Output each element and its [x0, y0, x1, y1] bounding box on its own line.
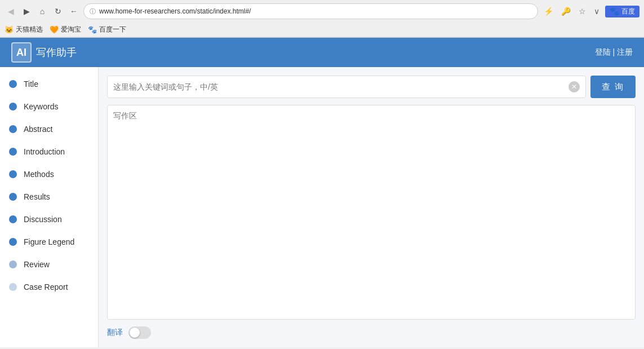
- search-button[interactable]: 查 询: [590, 76, 636, 98]
- bookmark-tianmao[interactable]: 🐱 天猫精选: [5, 25, 43, 34]
- sidebar-label-introduction: Introduction: [24, 147, 65, 156]
- sidebar-label-figure-legend: Figure Legend: [24, 237, 74, 246]
- sidebar-item-title[interactable]: Title: [0, 73, 98, 95]
- taobao-icon: 🧡: [50, 25, 59, 34]
- key-icon[interactable]: 🔑: [559, 6, 573, 17]
- app-container: AI 写作助手 登陆 | 注册 Title Keywords Abstract: [0, 38, 644, 347]
- baidu-yixia-icon: 🐾: [88, 25, 97, 34]
- search-bar: ✕ 查 询: [107, 76, 636, 98]
- bookmarks-bar: 🐱 天猫精选 🧡 爱淘宝 🐾 百度一下: [0, 23, 644, 37]
- sidebar-label-methods: Methods: [24, 170, 54, 179]
- sidebar-label-discussion: Discussion: [24, 215, 62, 224]
- writing-area[interactable]: [113, 111, 629, 313]
- browser-actions: ⚡ 🔑 ☆ ∨ 🐾 百度: [541, 6, 639, 17]
- back-button2[interactable]: ←: [68, 5, 80, 17]
- lock-icon: ⓘ: [90, 7, 96, 16]
- translation-label: 翻译: [107, 328, 123, 338]
- sidebar: Title Keywords Abstract Introduction Met…: [0, 67, 99, 347]
- sidebar-label-abstract: Abstract: [24, 125, 52, 134]
- home-button[interactable]: ⌂: [36, 5, 48, 17]
- sidebar-item-discussion[interactable]: Discussion: [0, 208, 98, 231]
- app-logo: AI 写作助手: [11, 42, 77, 63]
- sidebar-item-results[interactable]: Results: [0, 185, 98, 208]
- sidebar-label-case-report: Case Report: [24, 282, 68, 291]
- app-header: AI 写作助手 登陆 | 注册: [0, 38, 644, 67]
- sidebar-item-keywords[interactable]: Keywords: [0, 95, 98, 118]
- search-clear-button[interactable]: ✕: [569, 81, 580, 92]
- search-input-wrapper: ✕: [107, 76, 586, 98]
- bookmark-taobao[interactable]: 🧡 爱淘宝: [50, 25, 81, 34]
- address-bar[interactable]: ⓘ www.home-for-researchers.com/static/in…: [83, 3, 538, 19]
- dot-methods: [9, 170, 17, 178]
- sidebar-label-title: Title: [24, 79, 38, 89]
- dot-introduction: [9, 148, 17, 156]
- search-input[interactable]: [113, 82, 569, 91]
- sidebar-label-results: Results: [24, 192, 50, 201]
- tianmao-icon: 🐱: [5, 25, 14, 34]
- sidebar-item-abstract[interactable]: Abstract: [0, 118, 98, 140]
- refresh-button[interactable]: ↻: [52, 5, 64, 17]
- sidebar-item-case-report[interactable]: Case Report: [0, 276, 98, 298]
- dot-discussion: [9, 215, 17, 223]
- dropdown-icon[interactable]: ∨: [592, 6, 602, 17]
- writing-area-wrapper: [107, 105, 636, 320]
- dot-title: [9, 80, 17, 88]
- lightning-icon[interactable]: ⚡: [541, 6, 556, 17]
- back-button[interactable]: ◀: [5, 5, 17, 17]
- register-link[interactable]: 注册: [617, 47, 633, 56]
- dot-figure-legend: [9, 238, 17, 246]
- url-text: www.home-for-researchers.com/static/inde…: [99, 7, 251, 15]
- bookmark-baidu-yixia[interactable]: 🐾 百度一下: [88, 25, 126, 34]
- browser-chrome: ◀ ▶ ⌂ ↻ ← ⓘ www.home-for-researchers.com…: [0, 0, 644, 38]
- dot-case-report: [9, 283, 17, 291]
- browser-toolbar: ◀ ▶ ⌂ ↻ ← ⓘ www.home-for-researchers.com…: [0, 0, 644, 23]
- forward-button[interactable]: ▶: [20, 5, 33, 17]
- auth-separator: |: [611, 47, 617, 56]
- toggle-thumb: [130, 328, 140, 338]
- star-icon[interactable]: ☆: [576, 6, 588, 17]
- dot-review: [9, 260, 17, 268]
- logo-icon: AI: [11, 42, 32, 63]
- baidu-label: 百度: [621, 7, 635, 16]
- translation-toggle[interactable]: [128, 326, 151, 339]
- dot-keywords: [9, 103, 17, 111]
- sidebar-item-introduction[interactable]: Introduction: [0, 140, 98, 163]
- sidebar-label-review: Review: [24, 260, 50, 269]
- translation-row: 翻译: [107, 326, 636, 339]
- auth-area[interactable]: 登陆 | 注册: [595, 47, 633, 58]
- logo-text: 写作助手: [36, 46, 77, 59]
- sidebar-item-methods[interactable]: Methods: [0, 163, 98, 185]
- baidu-paw-icon: 🐾: [610, 7, 619, 16]
- sidebar-item-figure-legend[interactable]: Figure Legend: [0, 231, 98, 253]
- tianmao-label: 天猫精选: [16, 25, 43, 34]
- baidu-yixia-label: 百度一下: [99, 25, 126, 34]
- baidu-button[interactable]: 🐾 百度: [605, 6, 639, 17]
- dot-abstract: [9, 125, 17, 133]
- sidebar-item-review[interactable]: Review: [0, 253, 98, 276]
- main-content: ✕ 查 询 翻译: [99, 67, 644, 347]
- sidebar-label-keywords: Keywords: [24, 102, 58, 111]
- taobao-label: 爱淘宝: [61, 25, 81, 34]
- app-main: Title Keywords Abstract Introduction Met…: [0, 67, 644, 347]
- dot-results: [9, 193, 17, 201]
- login-link[interactable]: 登陆: [595, 47, 611, 56]
